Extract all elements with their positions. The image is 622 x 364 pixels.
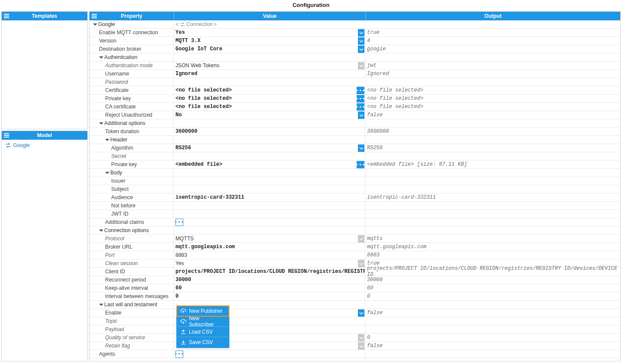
grid-row[interactable]: Enable MQTT connectionYestrue [89,29,620,37]
value-cell[interactable]: Yes [174,29,365,36]
templates-header[interactable]: Templates [2,12,87,20]
grid-row[interactable]: Authentication [89,53,620,62]
grid-row[interactable]: Additional claims••• [89,218,620,226]
model-item-google[interactable]: Google [3,141,86,149]
grid-row[interactable]: Port88838883 [89,251,620,259]
value-cell[interactable]: <embedded file>••• [174,161,365,168]
grid-row[interactable]: Authentication modeJSON Web Tokensjwt [89,62,620,70]
value-cell[interactable]: No [174,111,365,119]
grid-row[interactable]: Not before [89,202,620,210]
file-browse-button[interactable]: ••• [357,95,364,102]
grid-row[interactable]: Quality of service0 [89,334,620,342]
value-cell[interactable] [174,185,365,193]
dropdown-button[interactable] [358,144,364,152]
grid-row[interactable]: Additional options [89,119,620,128]
value-cell[interactable] [174,177,365,185]
grid-row[interactable]: Topic [89,317,620,325]
ctx-new-subscriber[interactable]: New Subscriber [177,316,229,327]
value-cell[interactable]: MQTT 3.X [174,37,365,45]
grid-row[interactable]: VersionMQTT 3.X4 [89,37,620,45]
value-cell[interactable]: 0 [174,292,365,300]
value-cell[interactable]: 8883 [174,251,365,259]
grid-row[interactable]: Reconnect period3000030000 [89,276,620,284]
hamburger-icon[interactable] [91,13,97,20]
ctx-load-csv[interactable]: Load CSV [177,327,229,337]
value-cell[interactable]: isentropic-card-332311 [174,193,365,201]
grid-row[interactable]: Password [89,78,620,86]
dropdown-button[interactable] [358,46,364,53]
expand-triangle-icon[interactable] [99,56,103,59]
value-cell[interactable]: projects/PROJECT ID/locations/CLOUD REGI… [174,268,365,275]
grid-row[interactable]: Issuer [89,177,620,185]
grid-row[interactable]: Agents••• [89,350,620,358]
model-header[interactable]: Model [2,131,87,140]
grid-row[interactable]: Destination brokerGoogle IoT Coregoogle [89,45,620,53]
value-cell[interactable] [174,152,365,160]
grid-row[interactable]: ProtocolMQTTSmqtts [89,235,620,243]
expand-triangle-icon[interactable] [99,230,103,232]
value-cell[interactable]: Ignored [174,70,365,78]
grid-row[interactable]: Token duration36000003600000 [89,128,620,136]
value-cell[interactable]: Google IoT Core [174,45,365,53]
grid-row[interactable]: JWT ID [89,210,620,218]
value-cell[interactable]: <no file selected>••• [174,103,365,111]
value-cell[interactable] [174,78,365,86]
dropdown-button[interactable] [358,309,364,317]
grid-row[interactable]: Private key<no file selected>•••<no file… [89,95,620,103]
grid-row[interactable]: AlgorithmRS256RS256 [89,144,620,152]
grid-row[interactable]: Google< Connection> [89,20,620,29]
value-cell[interactable] [174,210,365,218]
hamburger-icon[interactable] [3,13,10,20]
grid-row[interactable]: Keep-alive interval6060 [89,284,620,292]
ctx-new-publisher[interactable]: New Publisher [177,306,229,316]
grid-row[interactable]: Interval between messages00 [89,292,620,301]
file-browse-button[interactable]: ••• [357,87,364,94]
dropdown-button[interactable] [358,29,364,36]
value-cell[interactable] [174,202,365,210]
expand-triangle-icon[interactable] [105,139,109,141]
value-cell[interactable]: ••• [174,350,365,358]
grid-row[interactable]: Secret [89,152,620,161]
grid-row[interactable]: Subject [89,185,620,193]
value-cell[interactable]: JSON Web Tokens [174,62,365,69]
grid-row[interactable]: Header [89,136,620,144]
value-cell[interactable]: ••• [174,218,365,226]
grid-row[interactable]: Reject UnauthorizedNofalse [89,111,620,119]
ctx-save-csv[interactable]: Save CSV [177,337,229,348]
grid-row[interactable]: CA certificate<no file selected>•••<no f… [89,103,620,111]
value-cell[interactable]: 3600000 [174,128,365,135]
grid-row[interactable]: Client IDprojects/PROJECT ID/locations/C… [89,268,620,276]
value-cell[interactable]: RS256 [174,144,365,152]
grid-row[interactable]: Last will and testament [89,301,620,309]
grid-row[interactable]: Certificate<no file selected>•••<no file… [89,86,620,95]
grid-row[interactable]: Broker URLmqtt.googleapis.commqtt.google… [89,243,620,251]
expand-triangle-icon[interactable] [93,23,97,26]
file-browse-button[interactable]: ••• [357,161,364,168]
value-cell[interactable]: Yes [174,259,365,267]
value-cell[interactable]: 60 [174,284,365,292]
expand-triangle-icon[interactable] [99,122,103,125]
col-header-value[interactable]: Value [174,12,365,20]
grid-row[interactable]: Connection options [89,226,620,235]
grid-row[interactable]: Private key<embedded file>•••<embedded f… [89,161,620,169]
col-header-property[interactable]: Property [89,12,174,20]
file-browse-button[interactable]: ••• [357,103,364,111]
value-cell[interactable]: <no file selected>••• [174,95,365,102]
dropdown-button[interactable] [358,37,364,45]
grid-row[interactable]: Audienceisentropic-card-332311isentropic… [89,193,620,202]
hamburger-icon[interactable] [3,132,10,140]
value-cell[interactable]: mqtt.googleapis.com [174,243,365,251]
grid-row[interactable]: UsernameIgnoredIgnored [89,70,620,78]
dropdown-button[interactable] [358,111,364,119]
col-header-output[interactable]: Output [365,12,620,20]
expand-triangle-icon[interactable] [105,172,109,174]
grid-row[interactable]: Retain flagfalse [89,342,620,350]
more-button[interactable]: ••• [175,219,183,226]
value-cell[interactable]: 30000 [174,276,365,284]
value-cell[interactable]: MQTTS [174,235,365,243]
grid-row[interactable]: Payload [89,325,620,334]
grid-row[interactable]: Body [89,169,620,177]
value-cell[interactable]: <no file selected>••• [174,86,365,94]
expand-triangle-icon[interactable] [99,304,103,306]
grid-row[interactable]: Enablefalse [89,309,620,317]
